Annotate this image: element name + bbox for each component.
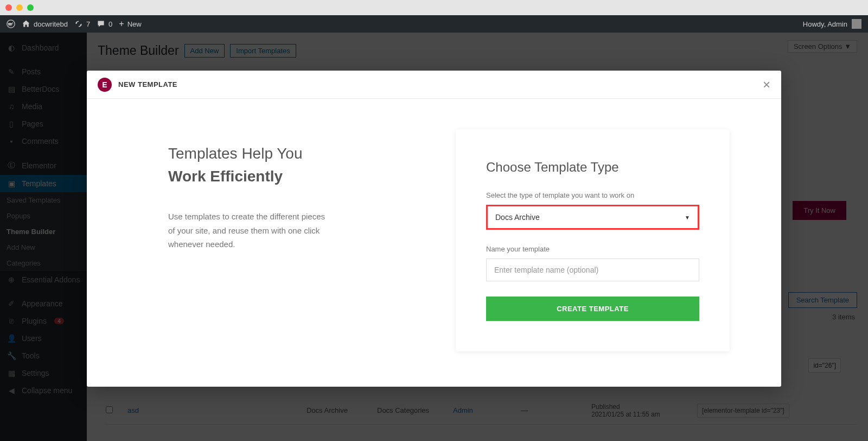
new-link[interactable]: + New bbox=[119, 19, 141, 29]
mac-titlebar bbox=[0, 0, 868, 15]
new-template-modal: E NEW TEMPLATE × Templates Help You Work… bbox=[87, 71, 781, 387]
admin-bar: docwritebd 7 0 + New Howdy, Admin bbox=[0, 15, 868, 33]
plus-icon: + bbox=[119, 19, 124, 29]
form-card: Choose Template Type Select the type of … bbox=[456, 129, 730, 351]
create-template-button[interactable]: CREATE TEMPLATE bbox=[486, 297, 699, 321]
howdy-link[interactable]: Howdy, Admin bbox=[803, 19, 861, 29]
modal-description: Use templates to create the different pi… bbox=[168, 210, 331, 251]
updates-link[interactable]: 7 bbox=[74, 20, 90, 28]
comments-link[interactable]: 0 bbox=[97, 20, 112, 28]
close-dot[interactable] bbox=[5, 4, 12, 11]
new-label: New bbox=[127, 20, 142, 28]
modal-title: NEW TEMPLATE bbox=[118, 80, 177, 89]
elementor-logo-icon: E bbox=[98, 78, 112, 92]
updates-count: 7 bbox=[86, 20, 90, 28]
form-title: Choose Template Type bbox=[486, 160, 699, 175]
site-name: docwritebd bbox=[34, 20, 68, 28]
modal-heading: Templates Help You Work Efficiently bbox=[168, 142, 429, 188]
minimize-dot[interactable] bbox=[16, 4, 23, 11]
chevron-down-icon: ▼ bbox=[685, 215, 690, 220]
avatar bbox=[852, 19, 861, 29]
name-label: Name your template bbox=[486, 245, 699, 253]
update-icon bbox=[74, 20, 83, 28]
select-value: Docs Archive bbox=[495, 213, 540, 222]
wp-logo[interactable] bbox=[7, 20, 15, 28]
site-link[interactable]: docwritebd bbox=[22, 20, 68, 28]
select-label: Select the type of template you want to … bbox=[486, 191, 699, 199]
wordpress-icon bbox=[7, 20, 15, 28]
close-button[interactable]: × bbox=[763, 77, 770, 92]
template-type-select[interactable]: Docs Archive ▼ bbox=[486, 205, 699, 230]
comments-count: 0 bbox=[108, 20, 112, 28]
howdy-text: Howdy, Admin bbox=[803, 20, 847, 28]
maximize-dot[interactable] bbox=[27, 4, 34, 11]
template-name-input[interactable] bbox=[486, 259, 699, 281]
home-icon bbox=[22, 20, 30, 28]
comment-icon bbox=[97, 20, 105, 28]
